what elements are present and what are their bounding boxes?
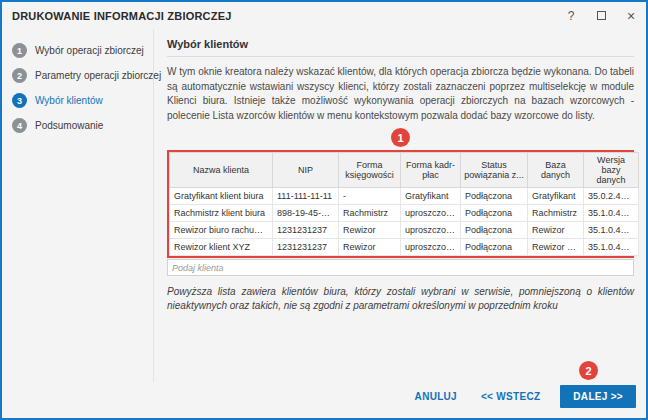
table-cell: Podłączona: [461, 222, 528, 239]
table-cell: 35.1.0.4521: [584, 205, 639, 222]
step-label: Wybór klientów: [35, 95, 103, 106]
table-row[interactable]: Rewizor klient XYZ1231231237Rewizorupros…: [170, 239, 639, 256]
clients-table: Nazwa klientaNIPForma księgowościForma k…: [169, 152, 639, 256]
titlebar: DRUKOWANIE INFORMACJI ZBIORCZEJ ? ×: [2, 2, 646, 29]
description-text: W tym oknie kreatora należy wskazać klie…: [167, 65, 634, 123]
annotation-badge-1: 1: [391, 128, 410, 147]
step-item-wybor-operacji[interactable]: 1 Wybór operacji zbiorczej: [12, 39, 149, 62]
table-cell: Rachmistrz klient biura: [170, 205, 273, 222]
column-header[interactable]: Baza danych: [528, 153, 584, 188]
maximize-icon[interactable]: [594, 9, 608, 23]
column-header[interactable]: NIP: [273, 153, 339, 188]
table-cell: 35.1.0.4521: [584, 222, 639, 239]
step-item-wybor-klientow[interactable]: 3 Wybór klientów: [12, 89, 149, 112]
cancel-button[interactable]: ANULUJ: [405, 385, 467, 408]
window-controls: ? ×: [564, 9, 638, 23]
table-cell: 35.1.0.4521: [584, 239, 639, 256]
table-cell: Gratyfikant klient biura: [170, 188, 273, 205]
column-header[interactable]: Wersja bazy danych: [584, 153, 639, 188]
step-number-icon: 3: [12, 93, 27, 108]
clients-table-head-row: Nazwa klientaNIPForma księgowościForma k…: [170, 153, 639, 188]
next-button[interactable]: DALEJ >>: [560, 385, 636, 408]
table-cell: Rewizor: [339, 222, 401, 239]
table-cell: Podłączona: [461, 188, 528, 205]
footnote-text: Powyższa lista zawiera klientów biura, k…: [167, 285, 634, 313]
step-number-icon: 4: [12, 118, 27, 133]
step-label: Parametry operacji zbiorczej: [35, 70, 161, 81]
table-cell: -: [339, 188, 401, 205]
client-filter-input[interactable]: [167, 259, 634, 276]
table-cell: uproszczone...: [401, 205, 461, 222]
wizard-dialog: DRUKOWANIE INFORMACJI ZBIORCZEJ ? × 1 Wy…: [0, 0, 648, 420]
table-cell: Rachmistrz: [339, 205, 401, 222]
column-header[interactable]: Forma księgowości: [339, 153, 401, 188]
wizard-steps: 1 Wybór operacji zbiorczej 2 Parametry o…: [2, 29, 154, 382]
step-item-podsumowanie[interactable]: 4 Podsumowanie: [12, 114, 149, 137]
table-cell: Rewizor - nie...: [528, 239, 584, 256]
annotation-badge-2: 2: [579, 361, 598, 380]
table-cell: 898-19-45-134: [273, 205, 339, 222]
page-title: Wybór klientów: [167, 38, 634, 57]
window-title: DRUKOWANIE INFORMACJI ZBIORCZEJ: [12, 10, 231, 22]
column-header[interactable]: Nazwa klienta: [170, 153, 273, 188]
step-label: Podsumowanie: [35, 120, 103, 131]
step-number-icon: 1: [12, 43, 27, 58]
table-cell: 35.0.2.4488: [584, 188, 639, 205]
clients-table-body: Gratyfikant klient biura111-111-11-11-Gr…: [170, 188, 639, 256]
table-cell: Rachmistrz: [528, 205, 584, 222]
dialog-body: 1 Wybór operacji zbiorczej 2 Parametry o…: [2, 29, 646, 382]
table-cell: Rewizor: [339, 239, 401, 256]
table-cell: Rewizor klient XYZ: [170, 239, 273, 256]
table-cell: uproszczone...: [401, 239, 461, 256]
table-cell: Podłączona: [461, 239, 528, 256]
table-cell: uproszczone...: [401, 222, 461, 239]
step-item-parametry-operacji[interactable]: 2 Parametry operacji zbiorczej: [12, 64, 149, 87]
column-header[interactable]: Forma kadr-płac: [401, 153, 461, 188]
table-cell: Rewizor: [528, 222, 584, 239]
table-cell: 1231231237: [273, 239, 339, 256]
table-cell: Gratyfikant: [401, 188, 461, 205]
table-cell: 111-111-11-11: [273, 188, 339, 205]
step-number-icon: 2: [12, 68, 27, 83]
column-header[interactable]: Status powiązania z...: [461, 153, 528, 188]
maximize-glyph: [597, 11, 606, 20]
table-cell: 1231231237: [273, 222, 339, 239]
clients-table-highlight: Nazwa klientaNIPForma księgowościForma k…: [167, 150, 634, 258]
close-icon[interactable]: ×: [624, 9, 638, 23]
table-row[interactable]: Rachmistrz klient biura898-19-45-134Rach…: [170, 205, 639, 222]
help-icon[interactable]: ?: [564, 9, 578, 23]
table-cell: Podłączona: [461, 205, 528, 222]
table-cell: Gratyfikant: [528, 188, 584, 205]
table-cell: Rewizor biuro rachunk...: [170, 222, 273, 239]
main-content: Wybór klientów W tym oknie kreatora nale…: [154, 29, 646, 382]
footer-actions: ANULUJ << WSTECZ DALEJ >>: [2, 382, 646, 418]
table-row[interactable]: Rewizor biuro rachunk...1231231237Rewizo…: [170, 222, 639, 239]
back-button[interactable]: << WSTECZ: [471, 385, 550, 408]
step-label: Wybór operacji zbiorczej: [35, 45, 144, 56]
table-row[interactable]: Gratyfikant klient biura111-111-11-11-Gr…: [170, 188, 639, 205]
